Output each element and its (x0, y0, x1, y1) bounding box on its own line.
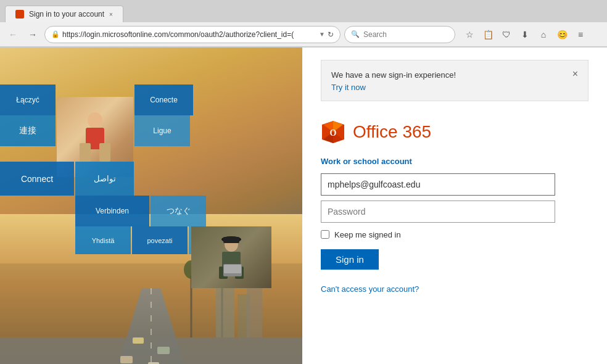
svg-text:O: O (330, 128, 337, 138)
menu-icon[interactable]: ≡ (572, 27, 588, 43)
tile-japanese: つなぐ (151, 196, 206, 226)
tile-yhdista: Yhdistä (75, 226, 131, 254)
sign-in-button[interactable]: Sign in (321, 249, 379, 270)
notification-content: We have a new sign-in experience! Try it… (331, 69, 456, 92)
cant-access-link[interactable]: Can't access your account? (321, 284, 588, 294)
svg-rect-19 (80, 143, 91, 162)
keep-signed-in-checkbox[interactable] (321, 230, 329, 239)
keep-signed-in-label[interactable]: Keep me signed in (334, 230, 401, 239)
reload-button[interactable]: ↻ (328, 30, 334, 39)
account-label: Work or school account (321, 157, 588, 166)
svg-rect-28 (224, 265, 241, 273)
tile-photo-man (191, 226, 271, 288)
tab-favicon (15, 10, 24, 19)
tile-conecte: Conecte (134, 85, 193, 115)
active-tab[interactable]: Sign in to your account × (5, 6, 123, 22)
notification-banner: We have a new sign-in experience! Try it… (321, 60, 588, 101)
svg-point-17 (88, 112, 102, 128)
tile-laczyc: Łączyć (0, 85, 56, 115)
keep-signed-in-row: Keep me signed in (321, 230, 588, 239)
svg-rect-23 (223, 237, 239, 243)
browser-toolbar: ← → 🔒 https://login.microsoftonline.com/… (0, 22, 607, 47)
download-icon[interactable]: ⬇ (517, 27, 533, 43)
toolbar-icons: ☆ 📋 🛡 ⬇ ⌂ 😊 ≡ (461, 27, 588, 43)
login-form: Work or school account Keep me signed in… (302, 151, 607, 300)
browser-tabs: Sign in to your account × (0, 0, 607, 22)
office365-text: Office 365 (353, 122, 431, 142)
email-input[interactable] (321, 173, 555, 196)
url-text: https://login.microsoftonline.com/common… (62, 30, 316, 39)
tab-close-button[interactable]: × (109, 11, 113, 18)
bookmark-icon[interactable]: ☆ (461, 27, 477, 43)
browser-chrome: Sign in to your account × ← → 🔒 https://… (0, 0, 607, 48)
tile-verbinden: Verbinden (75, 196, 149, 226)
page-content: Łączyć Conecte 連接 Ligue Connect تواصل (0, 48, 607, 364)
background-area: Łączyć Conecte 連接 Ligue Connect تواصل (0, 48, 302, 364)
svg-rect-20 (99, 143, 110, 162)
tile-povezati: povezati (132, 226, 188, 254)
tile-zh: 連接 (0, 115, 56, 146)
tile-ligue: Ligue (134, 115, 190, 146)
office-icon-svg: O (321, 120, 345, 144)
home-icon[interactable]: ⌂ (535, 27, 551, 43)
tiles-overlay: Łączyć Conecte 連接 Ligue Connect تواصل (0, 48, 302, 364)
notification-message: We have a new sign-in experience! (331, 70, 456, 80)
search-input[interactable]: Search (363, 30, 387, 39)
reader-icon[interactable]: 📋 (480, 27, 496, 43)
search-bar[interactable]: 🔍 Search (344, 26, 455, 43)
notification-close-button[interactable]: × (572, 69, 578, 79)
tab-title: Sign in to your account (29, 10, 104, 19)
office365-logo: O Office 365 (302, 107, 607, 151)
tile-connect: Connect (0, 162, 74, 196)
try-it-now-link[interactable]: Try it now (331, 83, 456, 92)
shield-icon[interactable]: 🛡 (498, 27, 514, 43)
forward-button[interactable]: → (25, 27, 41, 43)
search-icon: 🔍 (351, 30, 360, 38)
password-input[interactable] (321, 201, 555, 223)
user-icon[interactable]: 😊 (554, 27, 570, 43)
address-dropdown-icon[interactable]: ▼ (319, 31, 325, 38)
tile-arabic: تواصل (75, 162, 134, 196)
login-panel: We have a new sign-in experience! Try it… (302, 48, 607, 364)
ssl-icon: 🔒 (51, 30, 60, 38)
back-button[interactable]: ← (5, 27, 21, 43)
address-bar[interactable]: 🔒 https://login.microsoftonline.com/comm… (44, 26, 341, 43)
